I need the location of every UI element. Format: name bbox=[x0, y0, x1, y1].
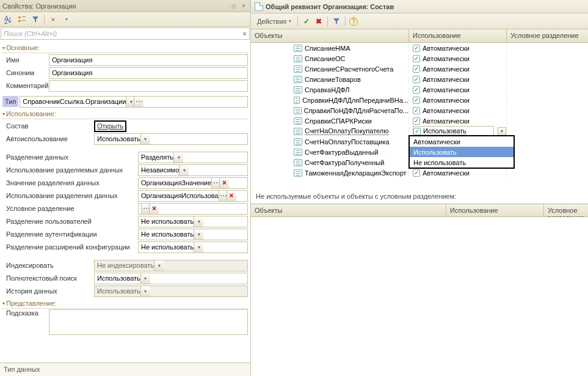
sostav-label: Состав bbox=[2, 122, 94, 130]
objects-grid: Объекты Использование Условное разделени… bbox=[251, 29, 588, 189]
apply-icon[interactable]: ✓ bbox=[302, 17, 311, 26]
right-toolbar: Действия ✓ ✖ ? bbox=[251, 13, 588, 29]
close-button[interactable]: × bbox=[239, 2, 248, 10]
type-more-button[interactable] bbox=[134, 97, 143, 107]
table-row[interactable]: СправкиСПАРКРискиАвтоматически bbox=[251, 116, 588, 126]
col2-conditional[interactable]: Условное разделение bbox=[544, 204, 588, 216]
usage-text: Автоматически bbox=[423, 107, 470, 114]
group-main-header[interactable]: Основные: bbox=[2, 43, 248, 53]
svg-rect-5 bbox=[22, 20, 26, 21]
dropdown-option[interactable]: Автоматически bbox=[410, 136, 514, 147]
autouse-dd[interactable] bbox=[140, 134, 150, 144]
grid2-header: Объекты Использование Условное разделени… bbox=[251, 204, 588, 217]
composition-panel: Общий реквизит Организация: Состав Дейст… bbox=[251, 0, 588, 376]
table-row[interactable]: СправкаНДФЛАвтоматически bbox=[251, 84, 588, 95]
table-row[interactable]: ТаможеннаяДекларацияЭкспортАвтоматически bbox=[251, 168, 588, 178]
sort-az-button[interactable]: AZ bbox=[2, 13, 15, 26]
check-icon bbox=[413, 86, 420, 94]
sostav-open-highlight: Открыть bbox=[94, 120, 126, 132]
cond-field[interactable] bbox=[138, 203, 248, 215]
table-row[interactable]: СписаниеОСАвтоматически bbox=[251, 53, 588, 64]
usesplit-label: Использование разделяемых данных bbox=[2, 166, 138, 174]
properties-body: Основные: ИмяОрганизация СинонимОрганиза… bbox=[0, 40, 250, 363]
comment-label: Комментарий bbox=[2, 82, 49, 89]
valsplit-field[interactable]: ОрганизацияЗначение bbox=[138, 177, 248, 189]
delete-icon[interactable]: ✖ bbox=[314, 17, 324, 26]
usersplit-field[interactable]: Не использовать bbox=[138, 216, 248, 227]
table-row[interactable]: СчетНаОплатуПокупателюИспользовать▾Автом… bbox=[251, 126, 588, 136]
col2-objects[interactable]: Объекты bbox=[251, 204, 446, 216]
group-repr-header[interactable]: Представление: bbox=[2, 298, 248, 309]
autouse-label: Автоиспользование bbox=[2, 135, 94, 142]
hist-field[interactable]: Использовать bbox=[94, 286, 248, 297]
actions-menu[interactable]: Действия bbox=[255, 17, 294, 26]
fts-label: Полнотекстовый поиск bbox=[2, 275, 94, 282]
open-link[interactable]: Открыть bbox=[97, 122, 123, 130]
list-icon bbox=[294, 149, 302, 156]
extsplit-field[interactable]: Не использовать bbox=[138, 241, 248, 253]
name-label: Имя bbox=[2, 56, 49, 64]
authsplit-label: Разделение аутентификации bbox=[2, 230, 138, 238]
synonym-field[interactable]: Организация bbox=[49, 67, 248, 79]
list-icon bbox=[294, 159, 302, 166]
filter-icon[interactable] bbox=[332, 17, 341, 26]
list-icon bbox=[294, 97, 300, 104]
grid-body[interactable]: СписаниеНМААвтоматическиСписаниеОСАвтома… bbox=[251, 43, 588, 189]
usage-text: Автоматически bbox=[423, 117, 470, 125]
delete-button[interactable]: × bbox=[47, 13, 59, 26]
list-icon bbox=[294, 138, 302, 146]
left-titlebar: Свойства: Организация ◇ × bbox=[0, 0, 250, 12]
useval-label: Использование разделения данных bbox=[2, 192, 138, 199]
useval-field[interactable]: ОрганизацияИспользова bbox=[138, 190, 248, 202]
dropdown-option[interactable]: Не использовать bbox=[410, 157, 514, 168]
col-usage[interactable]: Использование bbox=[409, 29, 507, 42]
usage-dropdown[interactable]: АвтоматическиИспользоватьНе использовать bbox=[408, 135, 515, 169]
valsplit-label: Значение разделения данных bbox=[2, 179, 138, 186]
row-name: СписаниеОС bbox=[305, 55, 346, 62]
col-objects[interactable]: Объекты bbox=[251, 29, 409, 42]
pin-button[interactable]: ◇ bbox=[230, 2, 238, 10]
table-row[interactable]: СправкиНДФЛДляПередачиВНа...Автоматическ… bbox=[251, 95, 588, 105]
hint-field[interactable] bbox=[49, 309, 248, 335]
split-label: Разделение данных bbox=[2, 153, 138, 161]
authsplit-field[interactable]: Не использовать bbox=[138, 229, 248, 240]
table-row[interactable]: СправкиПоНДФЛДляРасчетаПо...Автоматическ… bbox=[251, 105, 588, 116]
help-icon[interactable]: ? bbox=[349, 17, 358, 26]
check-icon bbox=[413, 45, 420, 52]
filter-button[interactable] bbox=[29, 13, 42, 26]
categories-button[interactable] bbox=[16, 13, 28, 26]
type-field[interactable]: СправочникСсылка.Организации bbox=[20, 96, 248, 108]
col-conditional[interactable]: Условное разделение bbox=[507, 29, 588, 42]
usesplit-field[interactable]: Независимо bbox=[138, 164, 248, 176]
row-name: СправкаНДФЛ bbox=[305, 86, 350, 94]
autouse-field[interactable]: Использовать bbox=[94, 133, 248, 145]
search-placeholder: Поиск (Ctrl+Alt+I) bbox=[4, 30, 57, 37]
split-field[interactable]: Разделять bbox=[138, 152, 248, 163]
left-title: Свойства: Организация bbox=[2, 2, 76, 10]
table-row[interactable]: СписаниеТоваровАвтоматически bbox=[251, 74, 588, 84]
table-row[interactable]: СписаниеСРасчетногоСчетаАвтоматически bbox=[251, 64, 588, 74]
dropdown-button[interactable]: ▾ bbox=[60, 13, 73, 26]
index-field[interactable]: Не индексировать bbox=[94, 260, 248, 271]
dropdown-arrow[interactable]: ▾ bbox=[498, 127, 506, 136]
row-name: СчетФактураВыданный bbox=[305, 149, 379, 156]
comment-field[interactable] bbox=[49, 80, 248, 92]
list-icon bbox=[294, 86, 302, 94]
dropdown-option[interactable]: Использовать bbox=[410, 147, 514, 157]
usage-text: Автоматически bbox=[423, 55, 470, 62]
hint-label: Подсказка bbox=[2, 309, 49, 317]
col2-usage[interactable]: Использование bbox=[446, 204, 544, 216]
fts-field[interactable]: Использовать bbox=[94, 273, 248, 284]
group-use-header[interactable]: Использование: bbox=[2, 109, 248, 119]
clear-search-icon[interactable]: × bbox=[243, 30, 247, 37]
svg-rect-4 bbox=[22, 17, 26, 17]
table-row[interactable]: СписаниеНМААвтоматически bbox=[251, 43, 588, 53]
search-input[interactable]: Поиск (Ctrl+Alt+I) × bbox=[1, 28, 250, 40]
grid2-body[interactable] bbox=[251, 217, 588, 377]
index-label: Индексировать bbox=[2, 262, 94, 269]
cond-label: Условное разделение bbox=[2, 205, 138, 212]
name-field[interactable]: Организация bbox=[49, 54, 248, 66]
row-name: СписаниеСРасчетногоСчета bbox=[305, 65, 393, 73]
list-icon bbox=[294, 107, 302, 114]
list-icon bbox=[294, 76, 302, 83]
